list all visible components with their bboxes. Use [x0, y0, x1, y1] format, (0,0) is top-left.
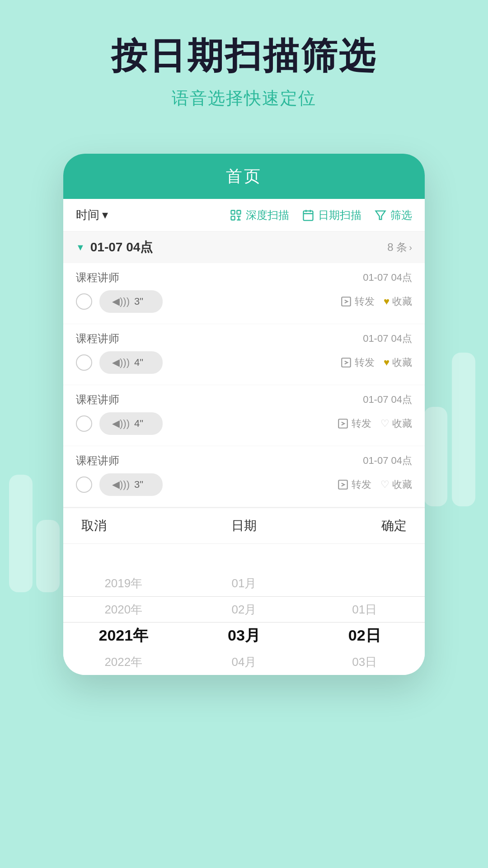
forward-label-1: 转发	[355, 295, 375, 308]
msg-sender-2: 课程讲师	[76, 331, 119, 346]
msg-checkbox-1[interactable]	[76, 293, 92, 310]
expand-icon: ▼	[76, 242, 85, 253]
msg-actions-2: 转发 ♥ 收藏	[340, 356, 412, 369]
time-filter[interactable]: 时间 ▾	[76, 207, 108, 223]
msg-sender-1: 课程讲师	[76, 270, 119, 285]
msg-meta-4: 课程讲师 01-07 04点	[76, 453, 412, 468]
date-scan-label: 日期扫描	[318, 208, 361, 222]
group-header[interactable]: ▼ 01-07 04点 8 条 ›	[63, 231, 425, 263]
picker-item-selected: 2021年	[99, 623, 149, 649]
calendar-icon	[302, 209, 314, 222]
toolbar-actions: 深度扫描 日期扫描 筛选	[230, 208, 412, 222]
svg-rect-13	[338, 419, 347, 428]
picker-item: 03日	[348, 649, 381, 675]
toolbar: 时间 ▾ 深度扫描	[63, 199, 425, 231]
picker-item: 2020年	[99, 596, 149, 623]
picker-day-column[interactable]: 01日 02日 03日 04日	[304, 544, 425, 675]
msg-meta-3: 课程讲师 01-07 04点	[76, 392, 412, 407]
picker-item-selected: 02日	[348, 623, 381, 649]
audio-icon-3: ◀)))	[112, 418, 130, 429]
picker-title: 日期	[231, 517, 257, 534]
favorite-button-4[interactable]: ♡ 收藏	[380, 478, 412, 491]
msg-time-3: 01-07 04点	[363, 393, 412, 406]
msg-actions-4: 转发 ♡ 收藏	[337, 478, 412, 491]
forward-button-2[interactable]: 转发	[340, 356, 375, 369]
msg-actions-1: 转发 ♥ 收藏	[340, 295, 412, 308]
svg-rect-14	[338, 480, 347, 489]
svg-rect-6	[304, 211, 313, 220]
filter-button[interactable]: 筛选	[374, 208, 412, 222]
msg-sender-3: 课程讲师	[76, 392, 119, 407]
forward-icon	[340, 296, 352, 307]
message-list: ▼ 01-07 04点 8 条 › 课程讲师 01-07 04点 ◀))) 3"	[63, 231, 425, 507]
favorite-button-2[interactable]: ♥ 收藏	[384, 356, 412, 369]
picker-month-column[interactable]: 01月 02月 03月 04月 05月	[184, 544, 305, 675]
audio-icon-1: ◀)))	[112, 296, 130, 307]
msg-sender-4: 课程讲师	[76, 453, 119, 468]
audio-duration-1: 3"	[134, 296, 143, 307]
favorite-button-1[interactable]: ♥ 收藏	[384, 295, 412, 308]
forward-label-2: 转发	[355, 356, 375, 369]
forward-button-3[interactable]: 转发	[337, 417, 371, 430]
msg-content-1: ◀))) 3" 转发 ♥ 收藏	[76, 290, 412, 313]
svg-rect-11	[342, 297, 351, 306]
heart-icon-2: ♥	[384, 357, 389, 368]
picker-cancel-button[interactable]: 取消	[81, 517, 107, 534]
svg-rect-12	[342, 358, 351, 367]
audio-icon-4: ◀)))	[112, 479, 130, 491]
picker-day-items: 01日 02日 03日 04日	[348, 544, 381, 675]
picker-month-items: 01月 02月 03月 04月 05月	[228, 544, 260, 675]
scan-icon	[230, 209, 242, 222]
picker-item: 04月	[228, 649, 260, 675]
audio-bubble-3[interactable]: ◀))) 4"	[99, 412, 163, 435]
msg-checkbox-2[interactable]	[76, 354, 92, 371]
app-header: 首页	[63, 154, 425, 199]
msg-checkbox-4[interactable]	[76, 476, 92, 493]
heart-icon-4: ♡	[380, 479, 389, 491]
favorite-label-3: 收藏	[392, 417, 412, 430]
audio-bubble-1[interactable]: ◀))) 3"	[99, 290, 163, 313]
audio-duration-2: 4"	[134, 357, 143, 368]
date-scan-button[interactable]: 日期扫描	[302, 208, 361, 222]
forward-button-1[interactable]: 转发	[340, 295, 375, 308]
favorite-button-3[interactable]: ♡ 收藏	[380, 417, 412, 430]
hero-subtitle: 语音选择快速定位	[0, 87, 488, 110]
msg-content-4: ◀))) 3" 转发 ♡ 收藏	[76, 473, 412, 496]
picker-item: 01月	[228, 570, 260, 596]
picker-columns[interactable]: 2019年 2020年 2021年 2022年 2023年 01月 02月 03…	[63, 544, 425, 675]
msg-actions-3: 转发 ♡ 收藏	[337, 417, 412, 430]
msg-time-1: 01-07 04点	[363, 271, 412, 284]
time-chevron-icon: ▾	[102, 208, 108, 222]
picker-item	[348, 570, 381, 596]
deep-scan-button[interactable]: 深度扫描	[230, 208, 289, 222]
msg-checkbox-3[interactable]	[76, 415, 92, 432]
msg-content-3: ◀))) 4" 转发 ♡ 收藏	[76, 412, 412, 435]
forward-button-4[interactable]: 转发	[337, 478, 371, 491]
svg-marker-10	[376, 211, 385, 219]
filter-label: 筛选	[390, 208, 412, 222]
forward-label-4: 转发	[352, 478, 371, 491]
heart-icon-3: ♡	[380, 418, 389, 429]
audio-duration-3: 4"	[134, 418, 143, 429]
deep-scan-label: 深度扫描	[246, 208, 289, 222]
audio-icon-2: ◀)))	[112, 357, 130, 368]
svg-rect-1	[237, 210, 240, 214]
picker-confirm-button[interactable]: 确定	[381, 517, 407, 534]
msg-content-2: ◀))) 4" 转发 ♥ 收藏	[76, 351, 412, 374]
audio-duration-4: 3"	[134, 479, 143, 491]
picker-toolbar: 取消 日期 确定	[63, 508, 425, 544]
list-item: 课程讲师 01-07 04点 ◀))) 4"	[63, 385, 425, 446]
picker-item: 01日	[348, 596, 381, 623]
audio-bubble-4[interactable]: ◀))) 3"	[99, 473, 163, 496]
hero-title: 按日期扫描筛选	[0, 0, 488, 76]
picker-item-selected: 03月	[228, 623, 260, 649]
forward-label-3: 转发	[352, 417, 371, 430]
picker-item: 2022年	[99, 649, 149, 675]
group-date: 01-07 04点	[90, 239, 153, 256]
picker-year-items: 2019年 2020年 2021年 2022年 2023年	[99, 544, 149, 675]
list-item: 课程讲师 01-07 04点 ◀))) 3"	[63, 263, 425, 324]
forward-icon	[337, 418, 349, 429]
audio-bubble-2[interactable]: ◀))) 4"	[99, 351, 163, 374]
picker-year-column[interactable]: 2019年 2020年 2021年 2022年 2023年	[63, 544, 184, 675]
forward-icon	[337, 479, 349, 491]
